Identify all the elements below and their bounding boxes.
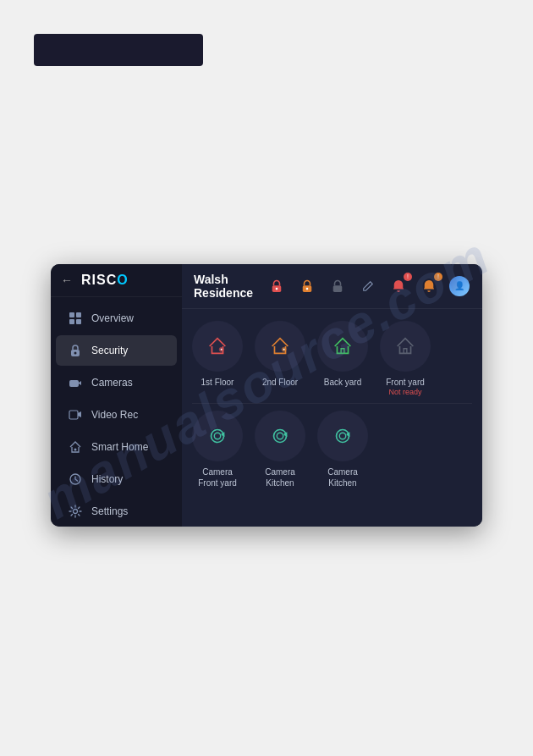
header-title: Walsh Residence — [194, 273, 266, 300]
camera-kitchen2-circle — [317, 411, 368, 461]
sidebar-item-cameras[interactable]: Cameras — [56, 367, 177, 398]
smarthome-icon — [68, 439, 83, 455]
grid-icon — [68, 311, 83, 326]
svg-point-22 — [277, 433, 283, 439]
sidebar-item-history[interactable]: History — [56, 464, 177, 494]
sidebar-nav: Overview Security — [51, 297, 182, 527]
svg-point-15 — [306, 287, 309, 290]
svg-point-5 — [74, 351, 77, 354]
notification2-badge: ! — [434, 273, 442, 281]
camera-frontyard-card[interactable]: Camera Front yard — [192, 411, 243, 488]
notification2-button[interactable]: ! — [418, 275, 440, 297]
main-content: Walsh Residence — [182, 264, 482, 527]
sidebar: ← RISCO Overview — [51, 264, 182, 527]
zone-2nd-floor[interactable]: 2nd Floor — [255, 321, 305, 396]
svg-rect-2 — [69, 319, 74, 324]
camera-frontyard-circle — [192, 411, 243, 461]
section-divider — [192, 403, 472, 404]
lock1-button[interactable] — [266, 275, 288, 297]
sidebar-smarthome-label: Smart Home — [91, 441, 148, 453]
back-button[interactable]: ← — [61, 273, 73, 287]
sidebar-item-smart-home[interactable]: Smart Home — [56, 432, 177, 462]
sidebar-video-rec-label: Video Rec — [91, 409, 138, 421]
risco-logo-o: O — [117, 273, 128, 287]
settings-icon — [68, 504, 83, 519]
zone-back-yard[interactable]: Back yard — [317, 321, 368, 396]
svg-point-23 — [337, 429, 349, 442]
svg-point-21 — [274, 429, 287, 442]
risco-logo: RISCO — [81, 273, 129, 288]
sidebar-history-label: History — [91, 473, 123, 485]
top-bar — [34, 34, 203, 66]
svg-rect-7 — [69, 411, 78, 419]
zone-back-yard-label: Back yard — [324, 377, 361, 388]
zone-front-yard-circle — [380, 321, 431, 372]
svg-point-20 — [214, 433, 220, 439]
camera-kitchen2-label2: Kitchen — [328, 477, 356, 488]
video-icon — [68, 407, 83, 422]
zone-1st-floor-circle — [192, 321, 243, 372]
sidebar-settings-label: Settings — [91, 505, 128, 517]
zone-grid: 1st Floor 2nd Floor — [192, 321, 472, 396]
camera-kitchen1-circle — [255, 411, 305, 461]
svg-rect-16 — [333, 285, 343, 292]
sidebar-item-security[interactable]: Security — [56, 335, 177, 366]
sidebar-cameras-label: Cameras — [91, 377, 133, 389]
lock3-button[interactable] — [327, 275, 349, 297]
sidebar-item-video-rec[interactable]: Video Rec — [56, 400, 177, 430]
svg-point-24 — [339, 433, 345, 439]
camera-kitchen2-card[interactable]: Camera Kitchen — [317, 411, 368, 488]
grid-area: 1st Floor 2nd Floor — [182, 309, 482, 527]
camera-icon — [68, 375, 83, 390]
app-container: ← RISCO Overview — [51, 264, 482, 527]
camera-kitchen1-label1: Camera — [265, 466, 295, 477]
notification-button[interactable]: ! — [387, 275, 409, 297]
user-avatar[interactable]: 👤 — [448, 275, 470, 297]
zone-1st-floor[interactable]: 1st Floor — [192, 321, 243, 396]
svg-rect-6 — [69, 380, 79, 387]
sidebar-item-settings[interactable]: Settings — [56, 496, 177, 527]
sidebar-overview-label: Overview — [91, 312, 134, 324]
svg-point-13 — [276, 287, 278, 290]
camera-frontyard-label1: Camera — [202, 466, 233, 477]
zone-front-yard[interactable]: Front yard Not ready — [380, 321, 431, 396]
camera-kitchen1-card[interactable]: Camera Kitchen — [255, 411, 305, 488]
svg-point-8 — [74, 448, 77, 450]
camera-grid: Camera Front yard Camera Kitchen — [192, 411, 472, 488]
zone-2nd-floor-circle — [255, 321, 305, 372]
edit-button[interactable] — [357, 275, 379, 297]
svg-rect-3 — [76, 319, 81, 324]
lock2-button[interactable] — [296, 275, 318, 297]
zone-front-yard-sublabel: Not ready — [388, 388, 421, 396]
sidebar-item-overview[interactable]: Overview — [56, 303, 177, 334]
svg-point-10 — [74, 509, 78, 513]
zone-front-yard-label: Front yard — [386, 377, 425, 388]
svg-point-19 — [212, 429, 224, 442]
main-header: Walsh Residence — [182, 264, 482, 309]
zone-2nd-floor-label: 2nd Floor — [262, 377, 298, 388]
sidebar-security-label: Security — [91, 345, 128, 356]
camera-kitchen1-label2: Kitchen — [266, 477, 294, 488]
sidebar-header: ← RISCO — [51, 264, 182, 297]
camera-frontyard-label2: Front yard — [198, 477, 237, 488]
history-icon — [68, 472, 83, 487]
header-icons: ! ! 👤 — [266, 275, 470, 297]
svg-rect-0 — [69, 312, 74, 317]
zone-back-yard-circle — [317, 321, 368, 372]
svg-rect-1 — [76, 312, 81, 317]
camera-kitchen2-label1: Camera — [327, 466, 358, 477]
lock-icon — [68, 343, 83, 358]
notification-badge: ! — [404, 273, 412, 281]
zone-1st-floor-label: 1st Floor — [201, 377, 234, 388]
